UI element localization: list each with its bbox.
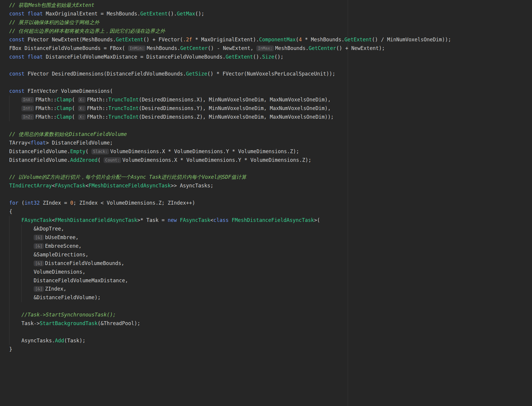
code-token: (DesiredDimensions.Z), MinNumVoxelsOneDi… bbox=[139, 114, 334, 120]
code-line: InZ:FMath::Clamp( X:FMath::TruncToInt(De… bbox=[9, 113, 532, 121]
code-token: (Task); bbox=[64, 338, 85, 344]
code-line: &SampleDirections, bbox=[9, 250, 532, 259]
code-token: ( bbox=[85, 148, 91, 154]
code-token: (). bbox=[253, 54, 262, 60]
code-comment: // 展开以确保体积的边缘位于网格之外 bbox=[9, 19, 99, 25]
code-token: class bbox=[213, 217, 229, 223]
code-token bbox=[24, 11, 27, 17]
code-token: GetExtent bbox=[226, 54, 253, 60]
code-token bbox=[9, 97, 21, 103]
code-token: Size bbox=[262, 54, 274, 60]
code-token: Clamp bbox=[57, 105, 72, 111]
code-token: FMeshDistanceFieldAsyncTask bbox=[55, 217, 137, 223]
code-token: &SampleDirections, bbox=[9, 252, 88, 258]
code-token: FMath:: bbox=[35, 114, 57, 120]
code-token bbox=[9, 312, 21, 318]
code-comment: // 任何超出边界的样本都将被夹在边界上，因此它们必须在边界之外 bbox=[9, 28, 165, 34]
code-token: const bbox=[9, 71, 24, 77]
code-token: &DistanceFieldVolume); bbox=[9, 294, 101, 300]
code-token: DistanceFieldVolumeMaxDistance, bbox=[9, 278, 128, 283]
code-line: TArray<float> DistanceFieldVolume; bbox=[9, 139, 532, 147]
inlay-hint: Count: bbox=[104, 157, 121, 163]
code-token: Empty bbox=[70, 148, 85, 154]
code-token: for bbox=[9, 200, 18, 206]
code-token: FAsyncTask bbox=[21, 217, 52, 223]
code-comment: //Task->StartSynchronousTask(); bbox=[21, 312, 116, 318]
code-token: FMath:: bbox=[87, 97, 108, 103]
inlay-hint: InMax: bbox=[256, 46, 274, 51]
inlay-hint: [&] bbox=[34, 235, 44, 240]
code-token: ; ZIndex < VolumeDimensions.Z; ZIndex++) bbox=[73, 200, 195, 206]
code-token: VolumeDimensions.X * VolumeDimensions.Y … bbox=[110, 148, 299, 154]
code-token: float bbox=[27, 54, 43, 60]
code-token: FVector DesiredDimensions(DistanceFieldV… bbox=[24, 71, 186, 77]
code-token: VolumeDimensions.X * VolumeDimensions.Y … bbox=[122, 157, 311, 163]
code-line: DistanceFieldVolumeMaxDistance, bbox=[9, 276, 532, 285]
code-token: TruncToInt bbox=[108, 105, 139, 111]
code-token: ( bbox=[72, 105, 78, 111]
code-token: (); bbox=[274, 54, 284, 60]
inlay-hint: InMin: bbox=[128, 46, 146, 51]
code-token: TruncToInt bbox=[108, 97, 139, 103]
inlay-hint: InX: bbox=[21, 97, 34, 103]
code-token: FIntVector VolumeDimensions( bbox=[24, 88, 113, 94]
code-token: () + NewExtent); bbox=[336, 45, 385, 51]
code-line: [&]ZIndex, bbox=[9, 285, 532, 293]
code-token: FAsyncTask bbox=[55, 183, 85, 189]
code-line: for (int32 ZIndex = 0; ZIndex < VolumeDi… bbox=[9, 199, 532, 207]
code-token: Clamp bbox=[57, 97, 72, 103]
code-editor[interactable]: // 获取Mesh包围盒初始最大Extentconst float MaxOri… bbox=[0, 0, 532, 406]
inlay-hint: InZ: bbox=[21, 114, 34, 120]
code-token: () / MinNumVoxelsOneDim)); bbox=[372, 37, 451, 43]
code-line: [&]DistanceFieldVolumeBounds, bbox=[9, 259, 532, 268]
code-line: &kDopTree, bbox=[9, 225, 532, 233]
code-token bbox=[229, 217, 232, 223]
code-token: < bbox=[52, 183, 55, 189]
code-token bbox=[9, 114, 21, 120]
code-token bbox=[9, 260, 34, 266]
code-line bbox=[9, 190, 532, 199]
code-token: const bbox=[9, 88, 24, 94]
code-line: const float MaxOriginalExtent = MeshBoun… bbox=[9, 10, 532, 18]
code-token: Add bbox=[55, 338, 64, 344]
code-token: ( bbox=[18, 200, 24, 206]
code-token: >* Task = bbox=[137, 217, 168, 223]
code-token: TruncToInt bbox=[108, 114, 139, 120]
code-token: GetMax bbox=[177, 11, 195, 17]
code-token: { bbox=[9, 209, 12, 214]
code-token: FAsyncTask bbox=[180, 217, 210, 223]
code-token: MeshBounds. bbox=[275, 45, 309, 51]
code-token: FVector NewExtent(MeshBounds. bbox=[24, 37, 116, 43]
code-token: const bbox=[9, 37, 24, 43]
code-token: FBox DistanceFieldVolumeBounds = FBox( bbox=[9, 45, 128, 51]
code-token: ZIndex = bbox=[40, 200, 70, 206]
code-token: (DesiredDimensions.X), MinNumVoxelsOneDi… bbox=[139, 97, 331, 103]
code-token: (); bbox=[195, 11, 204, 17]
code-line: InX:FMath::Clamp( X:FMath::TruncToInt(De… bbox=[9, 95, 532, 104]
code-line: // 任何超出边界的样本都将被夹在边界上，因此它们必须在边界之外 bbox=[9, 27, 532, 35]
inlay-hint: [&] bbox=[34, 261, 44, 266]
code-token: FMath:: bbox=[87, 114, 108, 120]
code-token: GetExtent bbox=[116, 37, 143, 43]
code-token bbox=[9, 243, 34, 249]
code-token: MeshBounds. bbox=[147, 45, 180, 51]
code-token: ( bbox=[98, 157, 104, 163]
code-line: InY:FMath::Clamp( X:FMath::TruncToInt(De… bbox=[9, 104, 532, 113]
code-token: ( bbox=[72, 97, 78, 103]
code-line: // 展开以确保体积的边缘位于网格之外 bbox=[9, 18, 532, 27]
code-line: DistanceFieldVolume.Empty( Slack:VolumeD… bbox=[9, 147, 532, 156]
code-token: DistanceFieldVolume. bbox=[9, 148, 70, 154]
inlay-hint: X: bbox=[78, 114, 86, 120]
code-line bbox=[9, 328, 532, 336]
code-line: [&]bUseEmbree, bbox=[9, 233, 532, 242]
code-token: GetSize bbox=[186, 71, 208, 77]
code-token: DistanceFieldVolumeBounds, bbox=[45, 260, 124, 266]
inlay-hint: [&] bbox=[34, 286, 44, 292]
code-line: { bbox=[9, 207, 532, 216]
code-token: () - NewExtent, bbox=[208, 45, 257, 51]
code-line: FAsyncTask<FMeshDistanceFieldAsyncTask>*… bbox=[9, 216, 532, 225]
code-line: //Task->StartSynchronousTask(); bbox=[9, 311, 532, 319]
code-token bbox=[177, 217, 180, 223]
code-line: const FVector DesiredDimensions(Distance… bbox=[9, 70, 532, 78]
code-token: DistanceFieldVolume. bbox=[9, 157, 70, 163]
